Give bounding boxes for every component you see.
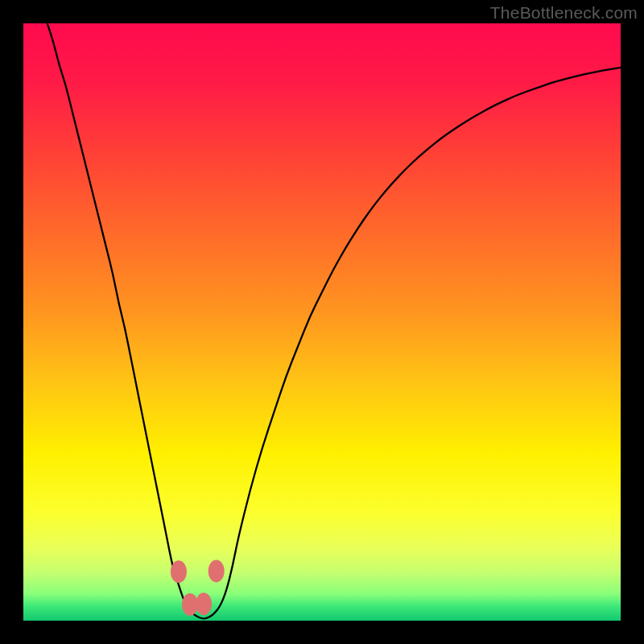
marker-point — [182, 593, 198, 616]
marker-point — [171, 560, 187, 583]
gradient-background — [23, 23, 621, 621]
watermark-text: TheBottleneck.com — [490, 3, 638, 23]
plot-area — [23, 23, 621, 621]
marker-point — [196, 592, 212, 615]
chart-svg — [23, 23, 621, 621]
marker-point — [208, 559, 225, 582]
outer-frame: TheBottleneck.com — [0, 0, 644, 644]
